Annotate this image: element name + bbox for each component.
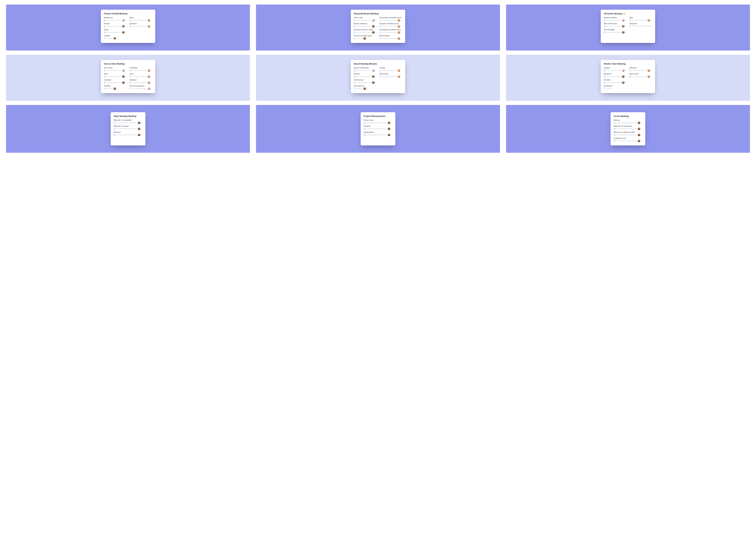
status-icon[interactable] xyxy=(604,87,605,89)
chevron-down-icon[interactable] xyxy=(117,88,118,89)
agenda-item[interactable]: Updates xyxy=(604,67,627,72)
chevron-down-icon[interactable] xyxy=(625,26,627,27)
assignee-avatar[interactable] xyxy=(398,75,400,78)
chevron-down-icon[interactable] xyxy=(625,70,627,71)
agenda-item[interactable]: Action Items xyxy=(629,73,652,78)
status-icon[interactable] xyxy=(614,122,616,124)
assignee-avatar[interactable] xyxy=(648,19,650,22)
status-icon[interactable] xyxy=(604,31,605,33)
assignee-avatar[interactable] xyxy=(398,69,400,72)
template-tile[interactable]: Board Meeting MinutesNames of attendeesR… xyxy=(256,55,500,101)
status-icon[interactable] xyxy=(629,70,631,71)
chevron-down-icon[interactable] xyxy=(391,134,392,135)
assignee-avatar[interactable] xyxy=(622,19,624,22)
assignee-avatar[interactable] xyxy=(388,128,390,130)
template-tile[interactable]: All-hands Meeting 🙌Business UpdatesWins … xyxy=(506,4,750,51)
chevron-down-icon[interactable] xyxy=(401,26,402,27)
agenda-item[interactable]: Timeline xyxy=(104,35,127,40)
assignee-avatar[interactable] xyxy=(372,25,374,27)
agenda-item[interactable]: Call to order xyxy=(354,17,376,22)
status-icon[interactable] xyxy=(354,88,356,90)
status-icon[interactable] xyxy=(364,134,365,136)
chevron-down-icon[interactable] xyxy=(641,128,642,129)
assignee-avatar[interactable] xyxy=(388,122,390,124)
status-icon[interactable] xyxy=(104,31,106,33)
assignee-avatar[interactable] xyxy=(148,75,150,78)
chevron-down-icon[interactable] xyxy=(391,128,392,129)
assignee-avatar[interactable] xyxy=(138,134,140,136)
agenda-item[interactable]: Roles xyxy=(129,17,152,22)
template-tile[interactable]: Scrum MeetingBlockersWhat did I do yeste… xyxy=(506,105,750,153)
assignee-avatar[interactable] xyxy=(398,19,400,22)
assignee-avatar[interactable] xyxy=(122,19,125,22)
agenda-item[interactable]: New Business xyxy=(380,35,402,40)
chevron-down-icon[interactable] xyxy=(126,20,127,21)
agenda-item[interactable]: Program committee report xyxy=(380,23,402,27)
agenda-item[interactable]: Wins & Shoutouts xyxy=(604,23,627,27)
chevron-down-icon[interactable] xyxy=(126,76,127,77)
agenda-item[interactable]: Roadblocks xyxy=(604,85,627,89)
assignee-avatar[interactable] xyxy=(638,122,640,124)
chevron-down-icon[interactable] xyxy=(151,20,152,21)
status-icon[interactable] xyxy=(380,19,381,21)
agenda-item[interactable]: Questions xyxy=(129,23,152,27)
assignee-avatar[interactable] xyxy=(113,37,116,40)
chevron-down-icon[interactable] xyxy=(141,128,142,129)
status-icon[interactable] xyxy=(629,19,631,21)
assignee-avatar[interactable] xyxy=(122,81,125,84)
agenda-item[interactable]: Fundraising committee report xyxy=(380,29,402,33)
status-icon[interactable] xyxy=(114,128,115,130)
chevron-down-icon[interactable] xyxy=(375,82,376,83)
assignee-avatar[interactable] xyxy=(372,75,374,78)
agenda-item[interactable]: Names of attendees xyxy=(354,67,376,72)
agenda-item[interactable]: Opportunities xyxy=(364,131,392,136)
agenda-item[interactable]: Blockers xyxy=(614,119,642,124)
agenda-item[interactable]: Top of mind xyxy=(104,67,127,72)
agenda-item[interactable]: Business Updates xyxy=(604,17,627,22)
chevron-down-icon[interactable] xyxy=(151,26,152,27)
chevron-down-icon[interactable] xyxy=(401,70,402,71)
assignee-avatar[interactable] xyxy=(648,75,650,78)
assignee-avatar[interactable] xyxy=(398,31,400,33)
assignee-avatar[interactable] xyxy=(638,134,640,136)
agenda-item[interactable]: Mission statement xyxy=(354,23,376,27)
chevron-down-icon[interactable] xyxy=(151,82,152,83)
agenda-item[interactable]: Priorities xyxy=(604,79,627,84)
status-icon[interactable] xyxy=(614,134,616,136)
status-icon[interactable] xyxy=(129,70,131,71)
agenda-item[interactable]: Action Items xyxy=(380,73,402,78)
assignee-avatar[interactable] xyxy=(148,87,150,90)
chevron-down-icon[interactable] xyxy=(651,76,652,77)
chevron-down-icon[interactable] xyxy=(367,38,368,39)
assignee-avatar[interactable] xyxy=(148,81,150,84)
assignee-avatar[interactable] xyxy=(638,128,640,130)
status-icon[interactable] xyxy=(604,82,605,83)
agenda-item[interactable]: Reminders xyxy=(629,23,652,27)
status-icon[interactable] xyxy=(364,128,365,130)
chevron-down-icon[interactable] xyxy=(367,88,368,89)
chevron-down-icon[interactable] xyxy=(117,38,118,39)
assignee-avatar[interactable] xyxy=(622,25,624,27)
assignee-avatar[interactable] xyxy=(622,75,624,78)
chevron-down-icon[interactable] xyxy=(401,76,402,77)
status-icon[interactable] xyxy=(604,76,605,77)
status-icon[interactable] xyxy=(104,82,106,83)
assignee-avatar[interactable] xyxy=(638,140,640,142)
status-icon[interactable] xyxy=(129,19,131,21)
status-icon[interactable] xyxy=(354,70,356,71)
assignee-avatar[interactable] xyxy=(122,69,125,72)
chevron-down-icon[interactable] xyxy=(375,76,376,77)
chevron-down-icon[interactable] xyxy=(641,134,642,135)
agenda-item[interactable]: Blockers? xyxy=(114,131,142,136)
template-tile[interactable]: Weekly Team MeetingUpdatesBig picturePri… xyxy=(506,55,750,101)
chevron-down-icon[interactable] xyxy=(401,32,402,33)
chevron-down-icon[interactable] xyxy=(141,122,142,123)
assignee-avatar[interactable] xyxy=(648,69,650,72)
chevron-down-icon[interactable] xyxy=(625,82,627,83)
agenda-item[interactable]: Team Spotlight xyxy=(604,29,627,33)
status-icon[interactable] xyxy=(354,31,356,33)
assignee-avatar[interactable] xyxy=(122,31,125,33)
agenda-item[interactable]: Project recap xyxy=(364,119,392,124)
agenda-item[interactable]: Career development xyxy=(129,85,152,90)
chevron-down-icon[interactable] xyxy=(401,38,402,39)
